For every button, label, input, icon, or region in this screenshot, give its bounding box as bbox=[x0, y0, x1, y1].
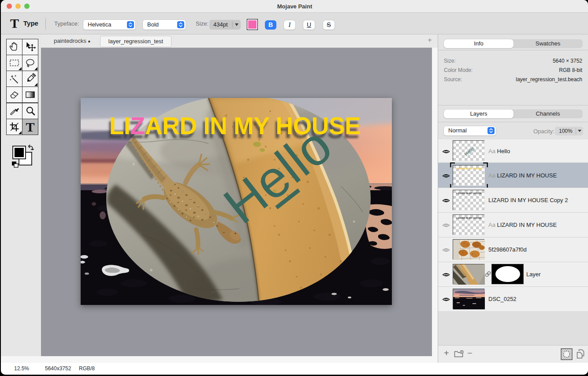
svg-text:LIZARD IN MY HOUSE: LIZARD IN MY HOUSE bbox=[456, 192, 482, 195]
svg-text:LIZARD IN MY HOUSE: LIZARD IN MY HOUSE bbox=[109, 112, 361, 139]
svg-text:LIZARD IN MY HOUSE: LIZARD IN MY HOUSE bbox=[456, 217, 482, 219]
